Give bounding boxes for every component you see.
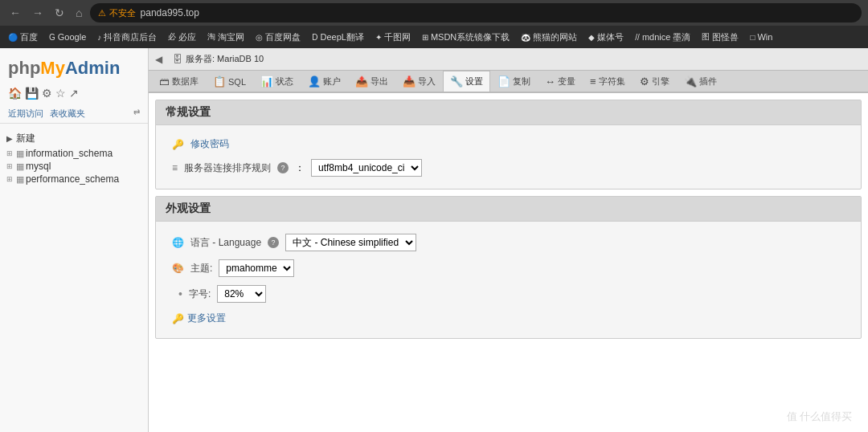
appearance-settings-header: 外观设置 bbox=[156, 197, 861, 222]
address-bar[interactable]: ⚠ 不安全 panda995.top bbox=[90, 3, 862, 22]
home-button[interactable]: ⌂ bbox=[72, 5, 85, 21]
nav-back-btn[interactable]: ◀ bbox=[152, 52, 166, 67]
bookmark-icon: ✦ bbox=[375, 33, 382, 42]
tab-icon: 📄 bbox=[497, 75, 510, 88]
collapse-sidebar-btn[interactable]: ⇄ bbox=[133, 108, 140, 120]
logo-text: phpMyAdmin bbox=[8, 58, 120, 78]
bookmark-item[interactable]: ♪抖音商店后台 bbox=[92, 30, 162, 45]
bookmark-item[interactable]: ◆媒体号 bbox=[583, 30, 628, 45]
home-icon[interactable]: 🏠 bbox=[8, 87, 22, 100]
change-password-link[interactable]: 修改密码 bbox=[190, 137, 229, 151]
topnav: ◀ 🗄 服务器: MariaDB 10 bbox=[149, 48, 868, 71]
tab-引擎[interactable]: ⚙引擎 bbox=[633, 71, 677, 92]
tab-账户[interactable]: 👤账户 bbox=[301, 71, 348, 92]
tab-插件[interactable]: 🔌插件 bbox=[677, 71, 724, 92]
tab-icon: 📥 bbox=[403, 75, 416, 88]
bookmark-item[interactable]: 🐼熊猫的网站 bbox=[516, 30, 582, 45]
tab-设置[interactable]: 🔧设置 bbox=[443, 71, 490, 92]
bookmark-label: DeepL翻译 bbox=[321, 31, 364, 43]
settings-icon[interactable]: ⚙ bbox=[42, 87, 52, 100]
theme-select[interactable]: pmahomme original boodark bbox=[219, 259, 294, 277]
bullet-icon: • bbox=[178, 287, 182, 300]
recent-visits-link[interactable]: 近期访问 bbox=[8, 108, 43, 120]
tab-label: 引擎 bbox=[652, 75, 669, 88]
tab-icon: 👤 bbox=[308, 75, 321, 88]
tab-数据库[interactable]: 🗃数据库 bbox=[152, 71, 206, 92]
bookmark-item[interactable]: ◎百度网盘 bbox=[251, 30, 305, 45]
bookmark-icon: 淘 bbox=[207, 31, 215, 43]
collation-help-icon[interactable]: ? bbox=[277, 162, 289, 173]
tab-复制[interactable]: 📄复制 bbox=[490, 71, 538, 92]
language-help-icon[interactable]: ? bbox=[268, 237, 279, 248]
sidebar: phpMyAdmin 🏠 💾 ⚙ ☆ ↗ 近期访问 表收藏夹 ⇄ ▶ 新建 ⊞ … bbox=[0, 48, 149, 432]
db-information-schema[interactable]: ⊞ ▦ information_schema bbox=[3, 147, 145, 160]
app-container: phpMyAdmin 🏠 💾 ⚙ ☆ ↗ 近期访问 表收藏夹 ⇄ ▶ 新建 ⊞ … bbox=[0, 48, 868, 432]
logo-php: php bbox=[8, 58, 40, 78]
tab-label: 账户 bbox=[323, 75, 341, 88]
external-icon[interactable]: ↗ bbox=[69, 87, 79, 100]
appearance-settings-section: 外观设置 🌐 语言 - Language ? 中文 - Chinese simp… bbox=[155, 196, 862, 339]
db-name-performance-schema: performance_schema bbox=[26, 173, 119, 185]
tab-label: 设置 bbox=[465, 75, 483, 88]
star-icon[interactable]: ☆ bbox=[55, 87, 66, 100]
bookmark-label: 熊猫的网站 bbox=[533, 31, 577, 43]
bookmark-label: mdnice 墨滴 bbox=[642, 31, 691, 43]
bookmark-label: 淘宝网 bbox=[218, 31, 244, 43]
db-perf-grid-icon: ▦ bbox=[16, 174, 24, 185]
more-settings-label: 更多设置 bbox=[187, 312, 226, 325]
server-label: 🗄 服务器: MariaDB 10 bbox=[166, 51, 270, 67]
tabbar: 🗃数据库📋SQL📊状态👤账户📤导出📥导入🔧设置📄复制↔变量≡字符集⚙引擎🔌插件 bbox=[149, 71, 868, 93]
back-button[interactable]: ← bbox=[6, 5, 24, 21]
fontsize-select[interactable]: 80% 82% 90% 100% 110% bbox=[217, 285, 266, 303]
new-database-item[interactable]: ▶ 新建 bbox=[3, 130, 145, 147]
tab-导入[interactable]: 📥导入 bbox=[395, 71, 443, 92]
db-perf-expand-icon: ⊞ bbox=[6, 175, 13, 183]
bookmark-item[interactable]: DDeepL翻译 bbox=[307, 30, 369, 45]
bookmark-item[interactable]: ✦千图网 bbox=[371, 30, 416, 45]
bookmark-item[interactable]: //mdnice 墨滴 bbox=[630, 30, 695, 45]
tab-label: 导入 bbox=[418, 75, 436, 88]
bookmark-label: 媒体号 bbox=[597, 31, 624, 43]
sidebar-nav: 近期访问 表收藏夹 ⇄ bbox=[0, 104, 148, 124]
more-settings-link[interactable]: 🔑 更多设置 bbox=[172, 312, 845, 325]
bookmark-icon: 必 bbox=[168, 31, 176, 43]
db-performance-schema[interactable]: ⊞ ▦ performance_schema bbox=[3, 173, 145, 185]
bookmark-item[interactable]: 图图怪兽 bbox=[697, 30, 743, 45]
save-icon[interactable]: 💾 bbox=[25, 87, 39, 100]
bookmark-item[interactable]: 淘淘宝网 bbox=[203, 30, 249, 45]
key-icon: 🔑 bbox=[172, 139, 184, 150]
bookmark-item[interactable]: ⊞MSDN系统镜像下载 bbox=[417, 30, 514, 45]
db-name-mysql: mysql bbox=[26, 161, 51, 172]
language-icon: 🌐 bbox=[172, 237, 184, 248]
tab-icon: ⚙ bbox=[640, 75, 649, 88]
pma-logo: phpMyAdmin bbox=[0, 51, 148, 85]
bookmark-item[interactable]: 🔵百度 bbox=[3, 30, 43, 45]
tab-label: 导出 bbox=[371, 75, 388, 88]
tab-label: 数据库 bbox=[172, 75, 199, 88]
main-content: ◀ 🗄 服务器: MariaDB 10 🗃数据库📋SQL📊状态👤账户📤导出📥导入… bbox=[149, 48, 868, 432]
tab-状态[interactable]: 📊状态 bbox=[253, 71, 301, 92]
forward-button[interactable]: → bbox=[29, 5, 47, 21]
logo-my: My bbox=[40, 58, 65, 78]
collation-select[interactable]: utf8mb4_unicode_ci utf8_general_ci latin… bbox=[311, 159, 422, 177]
tab-变量[interactable]: ↔变量 bbox=[538, 71, 583, 92]
tab-SQL[interactable]: 📋SQL bbox=[206, 71, 253, 92]
bookmark-item[interactable]: 必必应 bbox=[163, 30, 201, 45]
bookmark-label: Google bbox=[58, 32, 86, 42]
bookmark-label: 千图网 bbox=[384, 31, 411, 43]
db-mysql[interactable]: ⊞ ▦ mysql bbox=[3, 160, 145, 173]
favorites-link[interactable]: 表收藏夹 bbox=[50, 108, 85, 120]
tab-导出[interactable]: 📤导出 bbox=[348, 71, 395, 92]
refresh-button[interactable]: ↻ bbox=[51, 5, 68, 21]
browser-toolbar: ← → ↻ ⌂ ⚠ 不安全 panda995.top bbox=[0, 0, 868, 26]
more-settings-row: 🔑 更多设置 bbox=[172, 307, 845, 330]
bookmark-item[interactable]: GGoogle bbox=[44, 31, 91, 43]
tab-icon: 🗃 bbox=[159, 75, 170, 88]
bookmark-item[interactable]: □Win bbox=[745, 31, 777, 43]
tab-字符集[interactable]: ≡字符集 bbox=[583, 71, 633, 92]
general-settings-header: 常规设置 bbox=[156, 100, 861, 125]
tab-label: SQL bbox=[228, 77, 246, 87]
tab-icon: 📋 bbox=[213, 75, 226, 88]
tab-icon: 🔌 bbox=[684, 75, 697, 88]
language-select[interactable]: 中文 - Chinese simplified English Deutsch … bbox=[285, 234, 416, 251]
